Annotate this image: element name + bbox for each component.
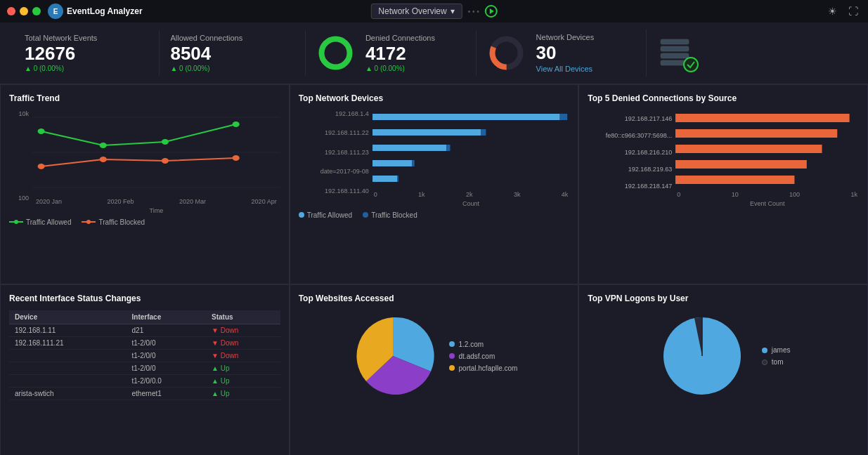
- device-cell: 192.168.1.11: [9, 324, 127, 337]
- svg-rect-28: [373, 145, 446, 151]
- table-row: t1-2/0/0 ▼ Down: [9, 350, 280, 362]
- header-center: Network Overview ▾ • • •: [370, 4, 497, 19]
- y-tick-1: 10k: [9, 110, 29, 117]
- svg-point-17: [100, 157, 107, 162]
- svg-rect-35: [675, 129, 837, 138]
- play-icon: [490, 8, 494, 14]
- svg-rect-37: [675, 160, 807, 169]
- traffic-x-label: Time: [32, 207, 280, 214]
- top-devices-bars: 0 1k 2k 3k 4k Count: [373, 110, 570, 207]
- close-button[interactable]: [7, 7, 15, 15]
- blocked-line-icon: [82, 218, 96, 225]
- websites-pie-chart: [351, 314, 435, 398]
- nd-x4: 4k: [562, 191, 569, 198]
- devices-donut-chart: [487, 34, 526, 72]
- svg-rect-27: [481, 129, 486, 136]
- nd-y1: 192.168.1.4: [299, 110, 369, 117]
- vpn-legend-tom: tom: [762, 358, 791, 366]
- interface-cell: ethernet1: [127, 388, 206, 400]
- devices-block: Network Devices 30 View All Devices: [477, 29, 647, 77]
- traffic-line-chart: [32, 110, 280, 194]
- legend-allowed: Traffic Allowed: [9, 218, 71, 226]
- status-cell: ▼ Down: [206, 350, 280, 362]
- devices-legend: Traffic Allowed Traffic Blocked: [299, 211, 570, 219]
- total-events-block: Total Network Events 12676 ▲ 0 (0.00%): [14, 30, 160, 77]
- vpn-pie-area: james tom: [588, 310, 859, 402]
- interface-cell: t1-2/0/0: [127, 337, 206, 350]
- col-interface: Interface: [127, 310, 206, 324]
- maximize-button[interactable]: [32, 7, 41, 15]
- status-cell: ▲ Up: [206, 375, 280, 388]
- nd-y5: 192.168.111.40: [299, 187, 369, 194]
- y-tick-2: 100: [9, 194, 29, 202]
- interface-status-title: Recent Interface Status Changes: [9, 294, 280, 303]
- window-controls: [7, 7, 41, 15]
- svg-rect-5: [661, 46, 689, 51]
- nd-y2: 192.168.111.22: [299, 129, 369, 136]
- svg-point-13: [100, 143, 107, 148]
- play-button[interactable]: [485, 5, 498, 18]
- fullscreen-icon[interactable]: ⛶: [846, 4, 861, 19]
- top-devices-chart-wrap: 192.168.1.4 192.168.111.22 192.168.111.2…: [299, 110, 570, 207]
- traffic-chart-inner: 2020 Jan 2020 Feb 2020 Mar 2020 Apr Time: [32, 110, 280, 214]
- devices-y-axis: 192.168.1.4 192.168.111.22 192.168.111.2…: [299, 110, 369, 207]
- vpn-label-james: james: [772, 346, 791, 354]
- svg-rect-31: [412, 160, 415, 166]
- denied-x2: 100: [789, 191, 800, 198]
- devices-value: 30: [536, 43, 595, 63]
- denied-ip-1: 192.168.217.146: [588, 115, 672, 122]
- vpn-logons-title: Top VPN Logons by User: [588, 294, 859, 303]
- logo-icon: E: [48, 4, 63, 19]
- minimize-button[interactable]: [20, 7, 28, 15]
- denied-x-axis: 0 10 100 1k: [675, 191, 859, 198]
- devices-legend-allowed: Traffic Allowed: [299, 211, 352, 219]
- svg-point-15: [233, 121, 240, 127]
- view-all-devices-link[interactable]: View All Devices: [536, 65, 595, 73]
- vpn-pie-chart: [656, 310, 748, 402]
- devices-legend-allowed-label: Traffic Allowed: [307, 211, 352, 219]
- nd-y4: date=2017-09-08: [299, 168, 369, 175]
- website-dot-2: [449, 353, 455, 359]
- network-device-icon: [657, 34, 699, 72]
- device-cell: arista-swtich: [9, 388, 127, 400]
- nd-y3: 192.168.111.23: [299, 149, 369, 156]
- vpn-legend-james: james: [762, 346, 791, 354]
- theme-icon[interactable]: ☀: [824, 4, 840, 19]
- status-cell: ▼ Down: [206, 337, 280, 350]
- status-cell: ▲ Up: [206, 388, 280, 400]
- allowed-change: ▲ 0 (0.00%): [170, 65, 294, 72]
- svg-point-23: [86, 220, 91, 224]
- devices-x-axis: 0 1k 2k 3k 4k: [373, 191, 570, 198]
- main-grid: Traffic Trend 10k 100: [0, 84, 868, 455]
- svg-rect-32: [373, 176, 397, 182]
- header-right: ☀ ⛶: [824, 4, 861, 19]
- denied-ip-5: 192.168.218.147: [588, 183, 672, 190]
- denied-change: ▲ 0 (0.00%): [365, 65, 435, 72]
- x-tick-1: 2020 Jan: [36, 198, 62, 205]
- devices-legend-blocked: Traffic Blocked: [363, 211, 417, 219]
- denied-connections-title: Top 5 Denied Connections by Source: [588, 93, 859, 103]
- website-legend-1: 1.2.com: [449, 341, 518, 348]
- nd-x1: 1k: [418, 191, 425, 198]
- svg-point-14: [162, 139, 169, 145]
- table-row: arista-swtich ethernet1 ▲ Up: [9, 388, 280, 400]
- device-cell: 192.168.111.21: [9, 337, 127, 350]
- devices-x-label: Count: [373, 200, 570, 207]
- x-tick-2: 2020 Feb: [108, 198, 134, 205]
- col-device: Device: [9, 310, 127, 324]
- top-devices-title: Top Network Devices: [299, 93, 570, 103]
- svg-point-0: [321, 39, 349, 67]
- traffic-trend-chart-wrap: 10k 100: [9, 110, 280, 214]
- denied-block: Denied Connections 4172 ▲ 0 (0.00%): [306, 30, 477, 77]
- website-dot-1: [449, 341, 455, 347]
- table-row: t1-2/0/0 ▲ Up: [9, 362, 280, 375]
- denied-y-axis: 192.168.217.146 fe80::c966:3077:5698... …: [588, 110, 672, 207]
- svg-point-21: [14, 220, 18, 224]
- chevron-down-icon: ▾: [451, 6, 455, 16]
- svg-rect-26: [373, 129, 481, 136]
- denied-connections-panel: Top 5 Denied Connections by Source 192.1…: [578, 84, 868, 285]
- nav-dropdown[interactable]: Network Overview ▾: [370, 4, 462, 19]
- svg-rect-25: [559, 114, 567, 120]
- nd-x2: 2k: [466, 191, 473, 198]
- devices-blocked-dot: [363, 212, 368, 218]
